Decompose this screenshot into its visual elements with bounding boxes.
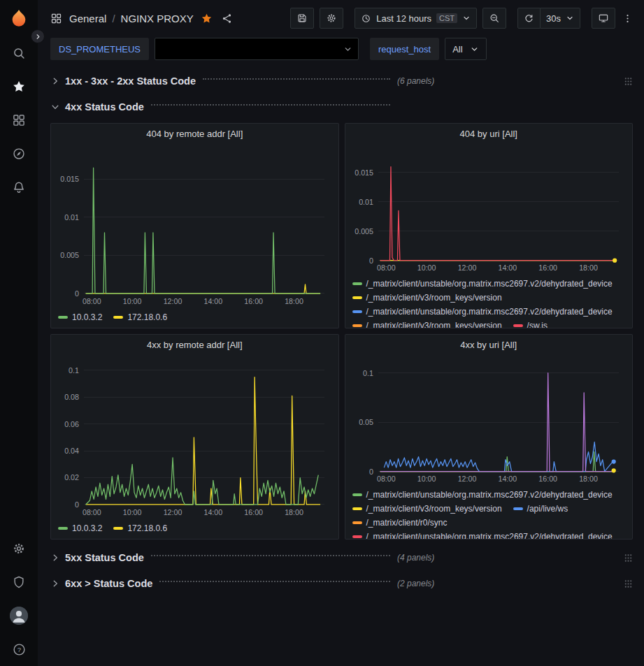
legend-item[interactable]: 172.18.0.6 [113, 311, 167, 324]
share-alt-icon [221, 13, 233, 24]
row-drag-handle[interactable] [624, 579, 633, 588]
row-4xx[interactable]: 4xx Status Code [50, 97, 633, 117]
variables-bar: DS_PROMETHEUS request_host All [38, 36, 644, 67]
drag-dots-icon [624, 579, 633, 588]
row-5xx[interactable]: 5xx Status Code (4 panels) [50, 548, 633, 567]
legend-item[interactable]: /_matrix/client/unstable/org.matrix.msc2… [352, 277, 613, 290]
share-dashboard-button[interactable] [220, 11, 234, 26]
legend-item[interactable]: /_matrix/client/r0/sync [352, 516, 448, 529]
svg-text:16:00: 16:00 [244, 508, 263, 516]
legend-label: /_matrix/client/unstable/org.matrix.msc2… [366, 530, 613, 540]
row-title-area: 4xx Status Code [60, 101, 397, 113]
svg-text:10:00: 10:00 [123, 297, 142, 305]
chart-404-by-remote-addr[interactable]: 00.0050.010.01508:0010:0012:0014:0016:00… [51, 143, 338, 310]
sidebar: ? [0, 0, 38, 666]
avatar [10, 607, 28, 625]
save-dashboard-button[interactable] [290, 8, 314, 29]
svg-text:?: ? [17, 646, 20, 653]
variable-label-datasource[interactable]: DS_PROMETHEUS [50, 38, 149, 60]
refresh-controls: 30s [517, 8, 580, 29]
svg-text:0: 0 [75, 289, 79, 298]
legend-item[interactable]: /_matrix/client/v3/room_keys/version [352, 502, 502, 515]
legend-item[interactable]: /_matrix/client/unstable/org.matrix.msc2… [352, 488, 613, 501]
legend-item[interactable]: 10.0.3.2 [58, 311, 102, 324]
panel-title[interactable]: 404 by uri [All] [345, 124, 633, 143]
legend-swatch [352, 282, 362, 285]
legend-swatch [513, 507, 523, 510]
legend-item[interactable]: /_matrix/client/v3/room_keys/version [352, 319, 502, 328]
panel-title[interactable]: 4xx by remote addr [All] [51, 335, 338, 354]
breadcrumb-section[interactable]: General [69, 13, 106, 24]
legend-item[interactable]: 172.18.0.6 [113, 522, 167, 535]
sidebar-item-explore[interactable] [0, 137, 38, 171]
svg-text:12:00: 12:00 [457, 475, 476, 483]
sidebar-item-server-admin[interactable] [0, 565, 38, 599]
sidebar-item-starred[interactable] [0, 70, 38, 103]
row-6xx[interactable]: 6xx > Status Code (2 panels) [50, 574, 633, 593]
sidebar-item-search[interactable] [0, 36, 38, 70]
panel-title[interactable]: 404 by remote addr [All] [51, 124, 338, 143]
svg-text:08:00: 08:00 [83, 297, 101, 305]
row-panel-count: (6 panels) [397, 76, 434, 86]
svg-text:16:00: 16:00 [538, 263, 557, 272]
bell-icon [12, 180, 26, 194]
sidebar-item-alerting[interactable] [0, 171, 38, 204]
svg-text:0: 0 [368, 256, 373, 265]
page-title[interactable]: NGINX PROXY [121, 13, 194, 24]
row-1xx-3xx-2xx[interactable]: 1xx - 3xx - 2xx Status Code (6 panels) [50, 71, 633, 91]
row-drag-handle[interactable] [624, 77, 633, 86]
more-menu-button[interactable] [621, 11, 634, 26]
gear-icon [326, 13, 337, 24]
variable-value-request-host[interactable]: All [445, 38, 486, 60]
row-title: 4xx Status Code [65, 101, 144, 113]
chart-404-by-uri[interactable]: 00.0050.010.01508:0010:0012:0014:0016:00… [345, 143, 633, 276]
panel-title[interactable]: 4xx by uri [All] [345, 335, 633, 354]
legend-swatch [352, 493, 362, 496]
sidebar-item-configuration[interactable] [0, 532, 38, 565]
sidebar-item-profile[interactable] [0, 599, 38, 632]
sidebar-item-help[interactable]: ? [0, 632, 38, 666]
chart-4xx-by-remote-addr[interactable]: 00.020.040.060.080.108:0010:0012:0014:00… [51, 354, 338, 521]
refresh-button[interactable] [517, 8, 541, 29]
legend-item[interactable]: 10.0.3.2 [58, 522, 102, 535]
legend-swatch [58, 316, 68, 319]
tv-mode-button[interactable] [592, 8, 615, 29]
svg-text:10:00: 10:00 [417, 263, 436, 272]
person-icon [10, 607, 28, 625]
svg-text:0.06: 0.06 [64, 420, 79, 428]
row-drag-handle[interactable] [624, 553, 633, 563]
time-range-picker[interactable]: Last 12 hours CST [355, 8, 477, 29]
svg-text:0.005: 0.005 [60, 251, 79, 259]
svg-text:0: 0 [75, 500, 79, 509]
sidebar-expand-button[interactable] [31, 29, 45, 43]
drag-dots-icon [624, 553, 633, 563]
variable-value-datasource[interactable] [155, 38, 359, 60]
chevron-right-icon [50, 553, 60, 563]
legend-item[interactable]: /_matrix/client/unstable/org.matrix.msc2… [352, 305, 613, 318]
sidebar-item-dashboards[interactable] [0, 103, 38, 137]
panel-4xx-by-uri: 4xx by uri [All] 00.050.108:0010:0012:00… [345, 334, 634, 540]
legend-label: 172.18.0.6 [127, 311, 167, 324]
svg-text:0.015: 0.015 [355, 168, 373, 177]
chart-4xx-by-uri[interactable]: 00.050.108:0010:0012:0014:0016:0018:00 [345, 354, 633, 487]
time-zoom-out-button[interactable] [482, 8, 506, 29]
svg-text:18:00: 18:00 [579, 263, 598, 272]
legend-item[interactable]: /api/live/ws [513, 502, 568, 515]
svg-text:08:00: 08:00 [376, 475, 395, 483]
row-panel-count: (4 panels) [397, 553, 434, 563]
sidebar-nav-bottom: ? [0, 532, 38, 666]
svg-text:08:00: 08:00 [376, 263, 395, 272]
dashboard-settings-button[interactable] [320, 8, 343, 29]
chevron-down-icon [50, 102, 60, 112]
search-icon [12, 46, 26, 60]
legend-item[interactable]: /sw.js [513, 319, 548, 328]
chevron-right-icon [50, 579, 60, 588]
legend-swatch [352, 507, 362, 510]
refresh-icon [524, 13, 534, 24]
variable-label-request-host[interactable]: request_host [370, 38, 439, 60]
legend-swatch [352, 310, 362, 313]
favorite-star-button[interactable] [199, 11, 214, 26]
legend-item[interactable]: /_matrix/client/v3/room_keys/version [352, 291, 502, 304]
refresh-interval-dropdown[interactable]: 30s [541, 8, 580, 29]
legend-item[interactable]: /_matrix/client/unstable/org.matrix.msc2… [352, 530, 613, 540]
